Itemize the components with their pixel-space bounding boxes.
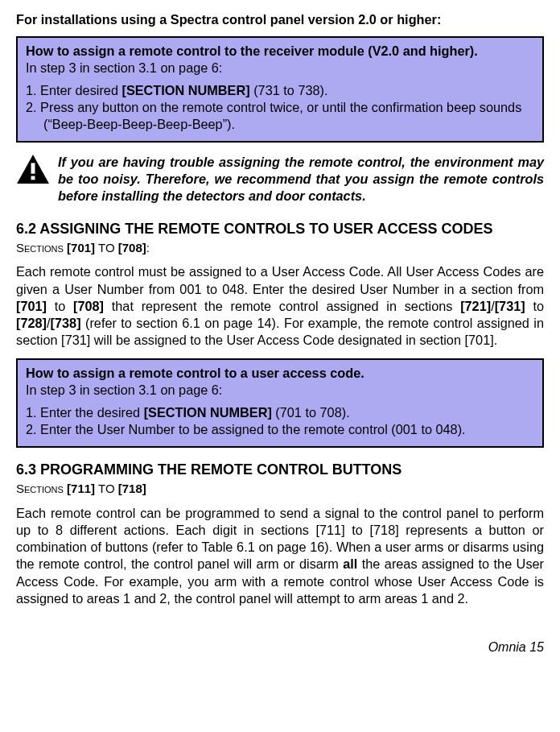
para-6-3: Each remote control can be programmed to… [16,505,544,607]
p62-e: (refer to section 6.1 on page 14). For e… [16,316,544,347]
svg-rect-1 [31,163,35,173]
instruction-box-1: How to assign a remote control to the re… [16,36,544,143]
instruction-box-2: How to assign a remote control to a user… [16,358,544,448]
p62-728: [728] [16,316,47,330]
range-to-63: TO [95,482,118,495]
sections-range-6-3: Sections [711] TO [718] [16,481,544,497]
box1-step1-section: [SECTION NUMBER] [121,83,249,97]
warning-block: If you are having trouble assigning the … [16,154,544,205]
warning-icon [16,154,50,184]
box1-subtitle: In step 3 in section 3.1 on page 6: [26,60,534,77]
p62-a: Each remote control must be assigned to … [16,264,544,296]
range-label: Sections [16,241,67,254]
p62-721: [721] [460,299,491,313]
box1-title: How to assign a remote control to the re… [26,43,534,60]
svg-rect-2 [31,176,35,180]
box1-step2: 2. Press any button on the remote contro… [26,99,534,133]
range-a-63: [711] [67,482,95,495]
p62-701: [701] [16,299,47,313]
sections-range-6-2: Sections [701] TO [708]: [16,240,544,256]
p63-all: all [343,556,357,571]
box2-title: How to assign a remote control to a user… [26,365,534,382]
range-b: [708] [118,241,146,254]
box2-step1-section: [SECTION NUMBER] [144,405,272,420]
box2-subtitle: In step 3 in section 3.1 on page 6: [26,382,534,399]
box2-step1: 1. Enter the desired [SECTION NUMBER] (7… [26,404,534,421]
range-colon: : [146,241,150,254]
box1-step1-post: (731 to 738). [250,83,328,97]
intro-line: For installations using a Spectra contro… [16,11,544,28]
box2-step2: 2. Enter the User Number to be assigned … [26,421,534,438]
heading-6-2: 6.2 ASSIGNING THE REMOTE CONTROLS TO USE… [16,220,544,238]
heading-6-3: 6.3 PROGRAMMING THE REMOTE CONTROL BUTTO… [16,461,544,479]
p62-d: to [525,299,544,313]
box1-step1: 1. Enter desired [SECTION NUMBER] (731 t… [26,82,534,99]
range-label-63: Sections [16,482,67,495]
p62-b: to [47,299,73,313]
box2-step1-pre: 1. Enter the desired [26,405,144,420]
p62-731: [731] [495,299,525,313]
para-6-2: Each remote control must be assigned to … [16,263,544,349]
warning-text: If you are having trouble assigning the … [58,154,544,205]
p62-708: [708] [73,299,104,313]
page-footer: Omnia 15 [16,639,544,656]
range-a: [701] [67,241,95,254]
box2-step1-post: (701 to 708). [272,405,350,420]
range-to: TO [95,241,118,254]
range-b-63: [718] [118,482,146,495]
p62-c: that represent the remote control assign… [104,299,460,313]
box1-step1-pre: 1. Enter desired [26,83,121,97]
p62-738: [738] [51,316,81,330]
